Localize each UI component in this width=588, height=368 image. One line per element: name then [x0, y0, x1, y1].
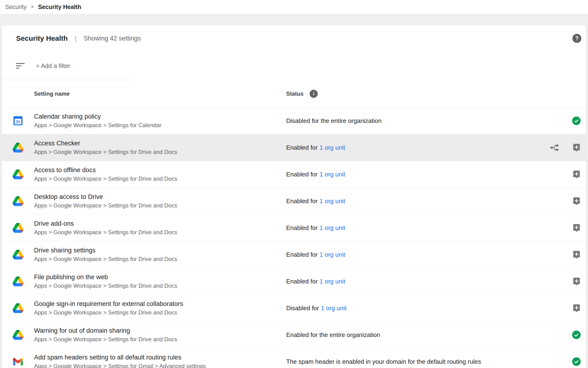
drive-icon [13, 143, 23, 153]
status-cell: Disabled for1 org unit [286, 304, 347, 312]
setting-path: Apps > Google Workspace > Settings for D… [34, 202, 286, 209]
status-cell: Enabled for1 org unit [286, 144, 345, 151]
setting-path: Apps > Google Workspace > Settings for D… [34, 309, 286, 316]
title-divider: | [75, 35, 76, 42]
status-text: Disabled for [286, 304, 319, 312]
setting-name: Drive sharing settings [34, 247, 286, 254]
drive-icon [13, 250, 23, 259]
setting-path: Apps > Google Workspace > Settings for D… [34, 175, 286, 182]
table-row[interactable]: Access to offline docs Apps > Google Wor… [2, 161, 586, 188]
setting-name: Warning for out of domain sharing [34, 327, 286, 334]
table-row[interactable]: Add spam headers setting to all default … [2, 348, 586, 368]
status-text: Enabled for the entire organization [286, 331, 380, 338]
setting-name: Drive add-ons [34, 220, 286, 227]
setting-path: Apps > Google Workspace > Settings for C… [34, 122, 286, 129]
status-text: Enabled for [286, 251, 318, 258]
status-text: Enabled for [286, 278, 318, 285]
setting-path: Apps > Google Workspace > Settings for D… [34, 149, 286, 155]
settings-count: Showing 42 settings [84, 35, 141, 42]
setting-path: Apps > Google Workspace > Settings for G… [34, 363, 286, 368]
calendar-icon: 31 [13, 116, 23, 126]
setting-path: Apps > Google Workspace > Settings for D… [34, 336, 286, 343]
security-health-card: Security Health | Showing 42 settings ? … [2, 25, 586, 368]
page-title: Security Health [16, 34, 68, 42]
setting-path: Apps > Google Workspace > Settings for D… [34, 283, 286, 289]
setting-name: Add spam headers setting to all default … [34, 354, 286, 361]
setting-name: File publishing on the web [34, 274, 286, 281]
flag-add-icon[interactable] [572, 197, 581, 206]
status-cell: Enabled for1 org unit [286, 224, 345, 232]
status-cell: Disabled for the entire organization [286, 117, 382, 125]
status-cell: The spam header is enabled in your domai… [286, 358, 481, 365]
setting-name: Access to offline docs [34, 166, 286, 174]
check-circle-icon [572, 357, 581, 366]
setting-name: Access Checker [34, 140, 286, 147]
flag-add-icon[interactable] [572, 304, 581, 313]
setting-name: Calendar sharing policy [34, 113, 286, 120]
table-row[interactable]: Access Checker Apps > Google Workspace >… [2, 134, 586, 161]
check-circle-icon [572, 330, 581, 339]
drive-icon [13, 196, 23, 206]
status-text: Enabled for [286, 224, 318, 231]
status-info-icon[interactable]: i [310, 90, 318, 98]
flag-add-icon[interactable] [572, 250, 581, 259]
status-text: Disabled for the entire organization [286, 117, 382, 124]
status-text: Enabled for [286, 171, 318, 178]
drive-icon [13, 223, 23, 233]
status-org-unit-link[interactable]: 1 org unit [320, 224, 345, 231]
filter-divider [2, 80, 131, 80]
breadcrumb-separator-icon: > [31, 4, 34, 10]
table-row[interactable]: Google sign-in requirement for external … [2, 295, 586, 322]
status-org-unit-link[interactable]: 1 org unit [320, 171, 345, 178]
setting-path: Apps > Google Workspace > Settings for D… [34, 256, 286, 262]
settings-table-body: 31 Calendar sharing policy Apps > Google… [2, 108, 586, 368]
drive-icon [13, 170, 23, 179]
column-status: Status [286, 91, 303, 97]
setting-name: Desktop access to Drive [34, 193, 286, 201]
breadcrumb-security-health: Security Health [38, 4, 81, 10]
filter-bar: + Add a filter [2, 52, 586, 80]
status-text: The spam header is enabled in your domai… [286, 358, 481, 365]
flag-add-icon[interactable] [572, 277, 581, 286]
add-filter-button[interactable]: + Add a filter [36, 62, 70, 70]
status-org-unit-link[interactable]: 1 org unit [320, 144, 345, 151]
card-header: Security Health | Showing 42 settings ? [2, 25, 586, 52]
status-text: Enabled for [286, 197, 318, 205]
status-cell: Enabled for the entire organization [286, 331, 380, 339]
table-row[interactable]: Warning for out of domain sharing Apps >… [2, 322, 586, 348]
flag-add-icon[interactable] [572, 143, 581, 152]
org-units-override-icon [550, 145, 558, 151]
status-org-unit-link[interactable]: 1 org unit [321, 304, 347, 312]
table-row[interactable]: Desktop access to Drive Apps > Google Wo… [2, 188, 586, 215]
status-cell: Enabled for1 org unit [286, 251, 345, 258]
status-cell: Enabled for1 org unit [286, 197, 345, 205]
help-icon[interactable]: ? [572, 34, 581, 43]
flag-add-icon[interactable] [572, 223, 581, 232]
check-circle-icon [572, 116, 581, 125]
status-cell: Enabled for1 org unit [286, 171, 345, 178]
breadcrumb-security[interactable]: Security [5, 4, 26, 10]
svg-text:31: 31 [16, 120, 20, 124]
status-org-unit-link[interactable]: 1 org unit [320, 197, 345, 205]
flag-add-icon[interactable] [572, 170, 581, 179]
drive-icon [13, 330, 23, 340]
table-row[interactable]: Drive add-ons Apps > Google Workspace > … [2, 215, 586, 241]
gmail-icon [13, 358, 23, 365]
table-row[interactable]: File publishing on the web Apps > Google… [2, 268, 586, 295]
column-setting-name: Setting name [34, 91, 286, 97]
table-row[interactable]: 31 Calendar sharing policy Apps > Google… [2, 108, 586, 134]
setting-path: Apps > Google Workspace > Settings for D… [34, 229, 286, 236]
drive-icon [13, 276, 23, 286]
drive-icon [13, 303, 23, 313]
breadcrumb: Security > Security Health [0, 0, 588, 14]
status-text: Enabled for [286, 144, 318, 151]
setting-name: Google sign-in requirement for external … [34, 300, 286, 308]
table-header: Setting name Status i [2, 80, 586, 108]
status-cell: Enabled for1 org unit [286, 278, 345, 285]
status-org-unit-link[interactable]: 1 org unit [320, 251, 345, 258]
status-org-unit-link[interactable]: 1 org unit [320, 278, 345, 285]
filter-icon[interactable] [16, 63, 25, 69]
table-row[interactable]: Drive sharing settings Apps > Google Wor… [2, 241, 586, 268]
